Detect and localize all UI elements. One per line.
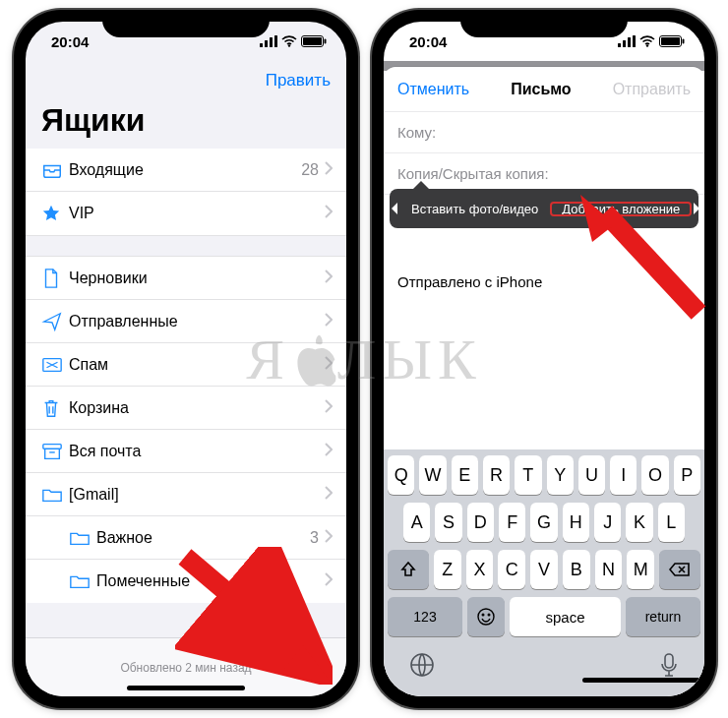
status-icons xyxy=(618,35,685,47)
trash-icon xyxy=(41,397,69,419)
svg-rect-14 xyxy=(633,35,636,47)
mailbox-label: Черновики xyxy=(69,269,325,287)
home-indicator xyxy=(127,686,245,690)
key-k[interactable]: K xyxy=(626,503,652,542)
mic-icon[interactable] xyxy=(659,652,679,678)
svg-rect-18 xyxy=(683,39,685,44)
paperplane-icon xyxy=(41,311,69,332)
mailbox-drafts[interactable]: Черновики xyxy=(26,257,346,300)
menu-insert-media[interactable]: Вставить фото/видео xyxy=(399,202,550,216)
cc-field[interactable]: Копия/Скрытая копия: Вставить фото/видео… xyxy=(384,153,704,195)
key-o[interactable]: O xyxy=(641,455,668,495)
mailbox-label: Вся почта xyxy=(69,443,325,460)
svg-rect-3 xyxy=(274,35,277,47)
svg-rect-9 xyxy=(43,444,61,449)
menu-prev-button[interactable] xyxy=(390,189,399,228)
key-n[interactable]: N xyxy=(595,550,623,589)
backspace-key[interactable] xyxy=(659,550,700,589)
key-x[interactable]: X xyxy=(466,550,494,589)
key-y[interactable]: Y xyxy=(547,455,574,495)
return-key[interactable]: return xyxy=(626,597,700,636)
mailbox-label: VIP xyxy=(69,205,325,222)
phone-frame-right: 20:04 Отменить Письмо Отправить xyxy=(372,10,716,708)
mailbox-sent[interactable]: Отправленные xyxy=(26,300,346,343)
inbox-icon xyxy=(41,159,69,181)
notch xyxy=(460,10,628,37)
key-m[interactable]: M xyxy=(627,550,654,589)
key-d[interactable]: D xyxy=(467,503,494,542)
status-time: 20:04 xyxy=(409,33,447,50)
svg-rect-11 xyxy=(618,43,621,47)
shift-key[interactable] xyxy=(388,550,429,589)
key-g[interactable]: G xyxy=(530,503,557,542)
space-key[interactable]: space xyxy=(510,597,621,636)
edit-button[interactable]: Править xyxy=(266,71,331,90)
svg-rect-0 xyxy=(260,43,263,47)
svg-rect-23 xyxy=(665,654,673,668)
key-a[interactable]: A xyxy=(403,503,430,542)
home-indicator xyxy=(582,678,700,683)
key-c[interactable]: C xyxy=(498,550,525,589)
key-t[interactable]: T xyxy=(515,455,541,495)
svg-point-20 xyxy=(482,614,484,616)
key-h[interactable]: H xyxy=(563,503,589,542)
numbers-key[interactable]: 123 xyxy=(388,597,462,636)
section-gap xyxy=(26,235,346,257)
page-title: Ящики xyxy=(26,100,346,149)
key-r[interactable]: R xyxy=(483,455,510,495)
chevron-right-icon xyxy=(325,313,333,330)
key-s[interactable]: S xyxy=(435,503,461,542)
mailbox-spam[interactable]: Спам xyxy=(26,343,346,387)
key-e[interactable]: E xyxy=(452,455,478,495)
mailbox-list: Входящие 28 VIP xyxy=(26,149,346,235)
globe-icon[interactable] xyxy=(409,652,435,678)
chevron-right-icon xyxy=(325,161,333,179)
mailbox-allmail[interactable]: Вся почта xyxy=(26,430,346,473)
svg-point-15 xyxy=(646,44,648,46)
key-u[interactable]: U xyxy=(578,455,605,495)
chevron-right-icon xyxy=(325,269,333,287)
compose-header: Отменить Письмо Отправить xyxy=(384,67,704,112)
svg-line-25 xyxy=(605,212,698,313)
svg-point-21 xyxy=(488,614,490,616)
folder-icon xyxy=(69,529,96,547)
key-l[interactable]: L xyxy=(658,503,685,542)
document-icon xyxy=(41,268,69,289)
mailbox-label: Отправленные xyxy=(69,313,325,330)
annotation-arrow-compose xyxy=(175,547,333,685)
key-p[interactable]: P xyxy=(674,455,700,495)
status-time: 20:04 xyxy=(51,33,89,50)
key-v[interactable]: V xyxy=(530,550,558,589)
svg-rect-12 xyxy=(623,40,626,47)
mailbox-label: Важное xyxy=(96,529,310,547)
key-j[interactable]: J xyxy=(594,503,621,542)
mailbox-inbox[interactable]: Входящие 28 xyxy=(26,149,346,192)
key-q[interactable]: Q xyxy=(388,455,414,495)
notch xyxy=(102,10,270,37)
mailbox-vip[interactable]: VIP xyxy=(26,192,346,235)
chevron-right-icon xyxy=(325,486,333,504)
cancel-button[interactable]: Отменить xyxy=(397,81,469,98)
mailbox-count: 3 xyxy=(310,529,319,547)
mailbox-label: [Gmail] xyxy=(69,486,325,504)
chevron-right-icon xyxy=(325,399,333,417)
nav-bar: Править xyxy=(26,61,346,100)
mailbox-label: Корзина xyxy=(69,399,325,417)
chevron-right-icon xyxy=(325,529,333,547)
chevron-right-icon xyxy=(325,205,333,222)
emoji-key[interactable] xyxy=(467,597,505,636)
mailbox-trash[interactable]: Корзина xyxy=(26,387,346,430)
svg-point-4 xyxy=(288,44,290,46)
key-z[interactable]: Z xyxy=(434,550,461,589)
folder-icon xyxy=(41,486,69,504)
svg-rect-1 xyxy=(265,40,268,47)
to-field[interactable]: Кому: xyxy=(384,112,704,153)
mailbox-count: 28 xyxy=(301,161,319,179)
svg-rect-6 xyxy=(303,37,322,45)
mailbox-gmail-folder[interactable]: [Gmail] xyxy=(26,473,346,516)
key-i[interactable]: I xyxy=(610,455,637,495)
key-f[interactable]: F xyxy=(499,503,525,542)
key-b[interactable]: B xyxy=(563,550,590,589)
key-w[interactable]: W xyxy=(419,455,446,495)
send-button[interactable]: Отправить xyxy=(613,81,691,98)
